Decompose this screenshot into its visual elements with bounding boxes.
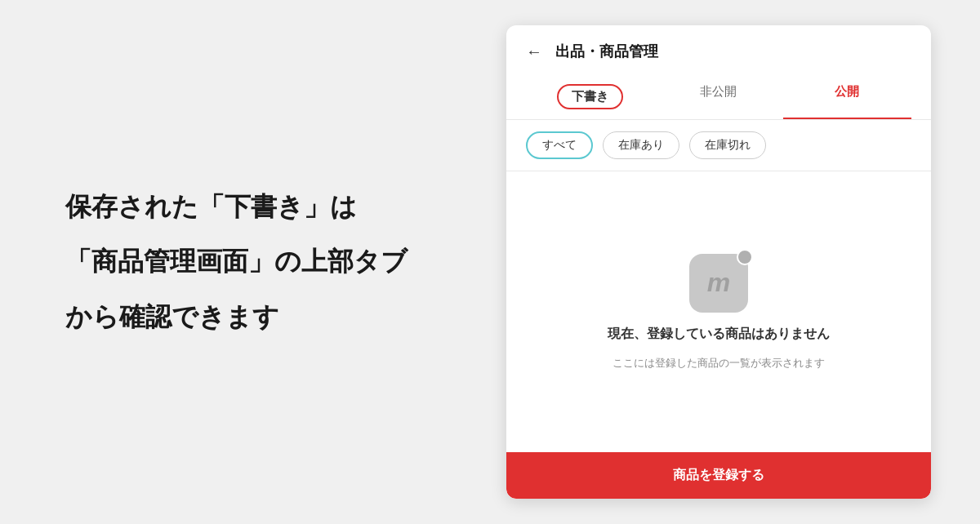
tabs-row: 下書き 非公開 公開 xyxy=(526,74,911,119)
phone-screen: ← 出品・商品管理 下書き 非公開 公開 すべて 在庫あり 在庫切れ 現在、登録… xyxy=(506,25,931,499)
mercari-logo xyxy=(689,254,748,313)
instruction-text-line3: から確認できます xyxy=(65,296,457,338)
left-section: 保存された「下書き」は 「商品管理画面」の上部タブ から確認できます xyxy=(0,137,506,387)
nav-bar: ← 出品・商品管理 xyxy=(526,42,911,61)
tab-hidden[interactable]: 非公開 xyxy=(654,74,782,119)
back-button[interactable]: ← xyxy=(526,42,542,61)
tab-public-label: 公開 xyxy=(835,84,859,98)
filter-all-button[interactable]: すべて xyxy=(526,131,593,159)
register-product-button[interactable]: 商品を登録する xyxy=(506,452,931,499)
page-title: 出品・商品管理 xyxy=(555,42,658,61)
instruction-text-line1: 保存された「下書き」は xyxy=(65,186,457,228)
tab-hidden-label: 非公開 xyxy=(700,84,737,98)
empty-title: 現在、登録している商品はありません xyxy=(608,326,830,343)
empty-state: 現在、登録している商品はありません ここには登録した商品の一覧が表示されます xyxy=(506,171,931,452)
phone-header: ← 出品・商品管理 下書き 非公開 公開 xyxy=(506,25,931,120)
tab-draft[interactable]: 下書き xyxy=(526,74,654,119)
mercari-logo-dot xyxy=(737,249,753,265)
empty-subtitle: ここには登録した商品の一覧が表示されます xyxy=(612,356,825,371)
mercari-empty-icon xyxy=(689,254,748,313)
tab-draft-label: 下書き xyxy=(557,84,623,109)
tab-public[interactable]: 公開 xyxy=(783,74,911,119)
instruction-text-line2: 「商品管理画面」の上部タブ xyxy=(65,241,457,282)
filter-row: すべて 在庫あり 在庫切れ xyxy=(506,120,931,171)
filter-in-stock-button[interactable]: 在庫あり xyxy=(603,131,679,159)
filter-out-of-stock-button[interactable]: 在庫切れ xyxy=(689,131,766,159)
